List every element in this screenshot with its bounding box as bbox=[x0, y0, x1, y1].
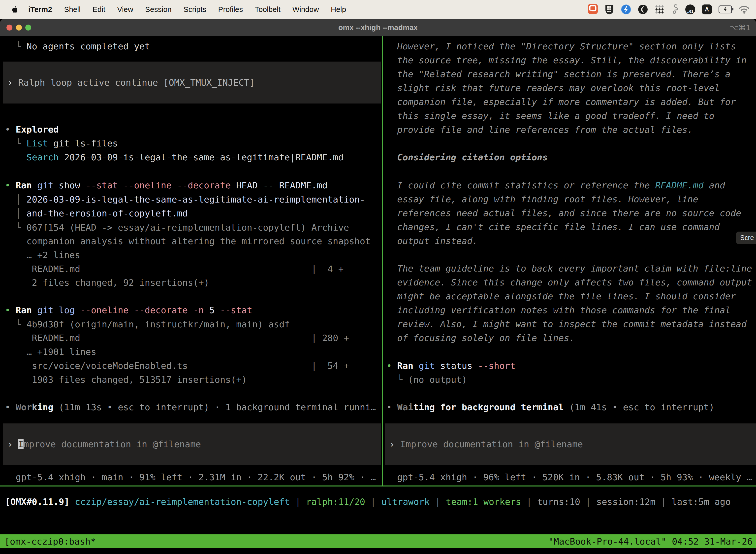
window-title: omx --xhigh --madmax bbox=[0, 19, 756, 36]
shield-grid-icon[interactable] bbox=[605, 4, 614, 15]
reasoning-text: this single essay, it seems like a good … bbox=[386, 110, 714, 121]
reasoning-text: changes, I can't cite specific file line… bbox=[386, 222, 720, 233]
dots-grid-icon[interactable] bbox=[654, 4, 665, 14]
crescent-icon[interactable] bbox=[638, 4, 648, 14]
reasoning-text: essay file, along with finding root file… bbox=[386, 194, 698, 205]
macos-menu-bar: iTerm2 Shell Edit View Session Scripts P… bbox=[0, 0, 756, 19]
pane-divider-vertical[interactable] bbox=[382, 36, 383, 486]
menu-shell[interactable]: Shell bbox=[58, 5, 86, 14]
git-log-output: … +1901 lines bbox=[5, 346, 96, 357]
ralph-loop-text: Ralph loop active continue [OMX_TMUX_INJ… bbox=[18, 77, 255, 88]
menu-iterm2[interactable]: iTerm2 bbox=[28, 5, 58, 14]
prompt-arrow: › bbox=[389, 439, 400, 449]
right-prompt-input[interactable]: › Improve documentation in @filename bbox=[385, 424, 756, 465]
git-show-output: 2 files changed, 92 insertions(+) bbox=[5, 277, 209, 288]
tmux-session-name[interactable]: [omx-cczip0:bash* bbox=[4, 536, 96, 547]
reasoning-text: of focusing solely on file lines. bbox=[386, 333, 575, 343]
window-title-bar[interactable]: omx --xhigh --madmax ⌥⌘1 bbox=[0, 19, 756, 36]
tmux-status-bar: [omx-cczip0:bash* "MacBook-Pro-44.local"… bbox=[0, 535, 756, 548]
prompt-placeholder: mprove documentation in @filename bbox=[23, 439, 201, 449]
menu-window[interactable]: Window bbox=[287, 5, 325, 14]
prompt-arrow: › bbox=[7, 77, 18, 88]
git-log-output: src/voice/voiceModeEnabled.ts | 54 + bbox=[5, 361, 349, 371]
menu-session[interactable]: Session bbox=[139, 5, 178, 14]
command-wrap: │ 2026-03-09-is-legal-the-same-as-legiti… bbox=[5, 194, 365, 205]
prompt-placeholder: Improve documentation in @filename bbox=[400, 439, 583, 449]
explored-header: • Explored bbox=[5, 124, 59, 135]
ran-git-status: • Ran git status --short bbox=[386, 361, 515, 371]
right-agent-pane: However, I noticed the "Directory Struct… bbox=[386, 36, 754, 486]
text-cursor: I bbox=[18, 439, 23, 449]
reasoning-text: However, I noticed the "Directory Struct… bbox=[386, 41, 736, 52]
bolt-badge-icon[interactable] bbox=[621, 4, 631, 15]
menu-help[interactable]: Help bbox=[325, 5, 352, 14]
screen-record-chat-icon[interactable] bbox=[587, 4, 598, 15]
omx-status-line: [OMX#0.11.9] cczip/essay/ai-reimplementa… bbox=[5, 496, 731, 507]
badge-61-icon[interactable]: ..61 bbox=[685, 4, 695, 14]
window-shortcut-badge: ⌥⌘1 bbox=[730, 19, 751, 36]
menu-scripts[interactable]: Scripts bbox=[178, 5, 212, 14]
explored-list: └ List git ls-files bbox=[5, 138, 118, 149]
git-show-output: README.md | 4 + bbox=[5, 264, 343, 275]
git-status-output: └ (no output) bbox=[386, 374, 467, 385]
reasoning-text: the source tree, missing the essay. Stil… bbox=[386, 55, 747, 66]
reasoning-text: the "Related research writing" section i… bbox=[386, 69, 731, 80]
git-log-output: README.md | 280 + bbox=[5, 333, 349, 343]
menu-items: iTerm2 Shell Edit View Session Scripts P… bbox=[28, 5, 352, 14]
reasoning-text: The team guideline is to back every impo… bbox=[386, 263, 752, 274]
ralph-loop-box[interactable]: › Ralph loop active continue [OMX_TMUX_I… bbox=[3, 62, 381, 104]
reasoning-heading: Considering citation options bbox=[386, 152, 548, 163]
command-wrap: │ and-the-erosion-of-copyleft.md bbox=[5, 208, 188, 219]
ran-git-show: • Ran git show --stat --oneline --decora… bbox=[5, 180, 328, 191]
prompt-arrow: › bbox=[7, 439, 18, 449]
reasoning-text: provide file and line references from th… bbox=[386, 124, 693, 135]
git-log-output: └ 4b9d30f (origin/main, instructkr/main,… bbox=[5, 319, 290, 330]
git-show-output: companion analysis without altering the … bbox=[5, 236, 371, 247]
reasoning-text: evidence. Since this change only affects… bbox=[386, 277, 752, 288]
left-prompt-input[interactable]: › Improve documentation in @filename bbox=[3, 424, 381, 465]
menu-view[interactable]: View bbox=[111, 5, 139, 14]
working-status: • Working (11m 13s • esc to interrupt) ·… bbox=[5, 402, 376, 413]
iterm-window: omx --xhigh --madmax ⌥⌘1 └ No agents com… bbox=[0, 19, 756, 554]
battery-icon[interactable] bbox=[718, 5, 732, 13]
screen: { "menu_bar": { "items": ["iTerm2","Shel… bbox=[0, 0, 756, 554]
git-show-output: … +2 lines bbox=[5, 250, 80, 261]
letter-a-icon[interactable]: A bbox=[702, 4, 712, 14]
squiggle-icon[interactable] bbox=[671, 4, 679, 15]
git-log-output: 1903 files changed, 513517 insertions(+) bbox=[5, 374, 247, 385]
reasoning-text: output instead. bbox=[386, 235, 478, 246]
menu-status-icons: ..61 A bbox=[587, 0, 750, 19]
tmux-host-clock: "MacBook-Pro-44.local" 04:52 31-Mar-26 bbox=[548, 536, 753, 547]
pane-divider-horizontal[interactable] bbox=[0, 486, 756, 487]
waiting-status: • Waiting for background terminal (1m 41… bbox=[386, 402, 714, 413]
screen-share-tooltip: Scre bbox=[736, 232, 756, 244]
omx-status-bar: [OMX#0.11.9] cczip/essay/ai-reimplementa… bbox=[5, 496, 752, 510]
tooltip-text: Scre bbox=[740, 234, 754, 242]
apple-menu-icon[interactable] bbox=[11, 5, 18, 13]
git-show-output: └ 067f154 (HEAD -> essay/ai-reimplementa… bbox=[5, 222, 349, 233]
left-agent-pane: └ No agents completed yet• Explored └ Li… bbox=[5, 36, 381, 486]
agents-status-line: └ No agents completed yet bbox=[5, 41, 150, 52]
terminal-content: └ No agents completed yet• Explored └ Li… bbox=[0, 36, 756, 554]
menu-toolbelt[interactable]: Toolbelt bbox=[249, 5, 287, 14]
menu-edit[interactable]: Edit bbox=[86, 5, 111, 14]
reasoning-text: I could cite commit statistics or refere… bbox=[386, 180, 725, 191]
menu-profiles[interactable]: Profiles bbox=[212, 5, 249, 14]
session-status: gpt-5.4 xhigh · 96% left · 520K in · 5.8… bbox=[386, 472, 752, 483]
reasoning-text: might be acceptable alongside the file l… bbox=[386, 291, 736, 302]
reasoning-text: review. Also, I might want to inspect th… bbox=[386, 319, 747, 330]
reasoning-text: including verification notes with those … bbox=[386, 305, 731, 316]
reasoning-text: references need actual files, and since … bbox=[386, 208, 741, 219]
wifi-icon[interactable] bbox=[739, 5, 750, 14]
reasoning-text: companion file, especially if more comme… bbox=[386, 97, 736, 107]
reasoning-text: slight risk that future readers may over… bbox=[386, 82, 720, 94]
ran-git-log: • Ran git log --oneline --decorate -n 5 … bbox=[5, 305, 252, 316]
explored-search: Search 2026-03-09-is-legal-the-same-as-l… bbox=[5, 152, 343, 163]
session-status: gpt-5.4 xhigh · main · 91% left · 2.31M … bbox=[5, 472, 376, 483]
